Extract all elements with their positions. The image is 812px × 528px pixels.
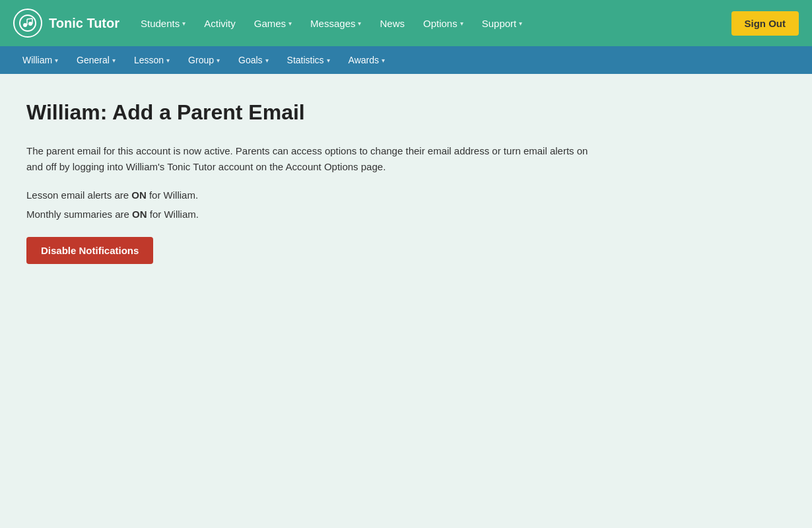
logo-icon: [13, 9, 42, 38]
subnav-william[interactable]: William ▾: [13, 51, 67, 69]
subnav-lesson[interactable]: Lesson ▾: [125, 51, 179, 69]
chevron-down-icon: ▾: [217, 57, 220, 64]
nav-activity[interactable]: Activity: [196, 13, 244, 34]
subnav-awards[interactable]: Awards ▾: [339, 51, 394, 69]
svg-point-0: [20, 15, 36, 31]
page-title: William: Add a Parent Email: [26, 100, 786, 125]
chevron-down-icon: ▾: [327, 57, 330, 64]
subnav-group[interactable]: Group ▾: [179, 51, 229, 69]
nav-messages[interactable]: Messages ▾: [302, 13, 369, 34]
chevron-down-icon: ▾: [460, 20, 463, 27]
main-content: William: Add a Parent Email The parent e…: [0, 74, 812, 528]
lesson-email-status-on: ON: [131, 189, 147, 201]
chevron-down-icon: ▾: [55, 57, 58, 64]
description-text: The parent email for this account is now…: [26, 143, 594, 175]
chevron-down-icon: ▾: [182, 20, 186, 27]
sub-nav: William ▾ General ▾ Lesson ▾ Group ▾ Goa…: [0, 46, 812, 74]
nav-options[interactable]: Options ▾: [415, 13, 471, 34]
logo-area[interactable]: Tonic Tutor: [13, 9, 119, 38]
chevron-down-icon: ▾: [265, 57, 269, 64]
chevron-down-icon: ▾: [358, 20, 361, 27]
top-nav-links: Students ▾ Activity Games ▾ Messages ▾ N…: [133, 13, 731, 34]
subnav-goals[interactable]: Goals ▾: [229, 51, 278, 69]
nav-games[interactable]: Games ▾: [246, 13, 300, 34]
nav-students[interactable]: Students ▾: [133, 13, 193, 34]
chevron-down-icon: ▾: [166, 57, 170, 64]
nav-news[interactable]: News: [372, 13, 413, 34]
chevron-down-icon: ▾: [288, 20, 292, 27]
svg-point-1: [23, 23, 27, 27]
nav-support[interactable]: Support ▾: [474, 13, 531, 34]
disable-notifications-button[interactable]: Disable Notifications: [26, 237, 153, 264]
monthly-summary-status-line: Monthly summaries are ON for William.: [26, 209, 786, 220]
app-name: Tonic Tutor: [49, 16, 119, 31]
subnav-statistics[interactable]: Statistics ▾: [278, 51, 339, 69]
chevron-down-icon: ▾: [112, 57, 116, 64]
chevron-down-icon: ▾: [382, 57, 385, 64]
lesson-email-status-line: Lesson email alerts are ON for William.: [26, 189, 786, 201]
svg-point-2: [28, 22, 32, 26]
sign-out-button[interactable]: Sign Out: [731, 11, 799, 36]
monthly-summary-status-on: ON: [132, 209, 147, 220]
chevron-down-icon: ▾: [519, 20, 522, 27]
svg-line-5: [27, 18, 32, 19]
top-nav: Tonic Tutor Students ▾ Activity Games ▾ …: [0, 0, 812, 46]
subnav-general[interactable]: General ▾: [67, 51, 125, 69]
